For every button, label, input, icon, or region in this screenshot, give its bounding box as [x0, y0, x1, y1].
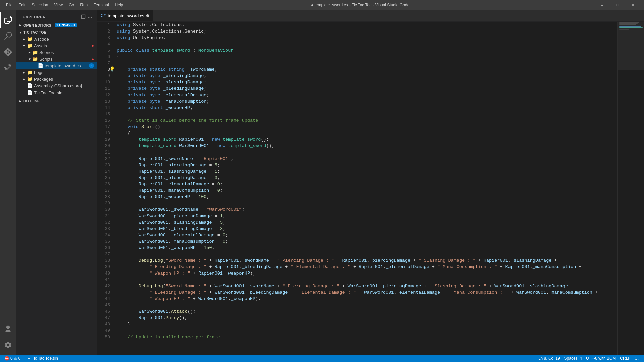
status-right: Ln 8, Col 19 Spaces: 4 UTF-8 with BOM CR…	[537, 356, 641, 361]
scripts-folder-icon: 📁	[32, 56, 38, 62]
close-button[interactable]: ✕	[625, 0, 641, 10]
vscode-label: .vscode	[34, 37, 49, 42]
template-sword-label: template_sword.cs	[45, 63, 81, 68]
minimize-button[interactable]: –	[594, 0, 610, 10]
code-line-7	[117, 60, 617, 66]
status-errors[interactable]: ⛔ 0 ⚠ 0	[3, 356, 22, 361]
code-line-50: // Update is called once per frame	[117, 334, 617, 340]
activity-explorer[interactable]	[0, 12, 16, 28]
project-name: TIC TAC TOE	[23, 30, 46, 34]
activity-bar	[0, 10, 16, 355]
warning-bulb-icon[interactable]: 💡	[109, 66, 115, 73]
code-line-38: Debug.Log("Sword Name : " + Rapier001._s…	[117, 257, 617, 264]
code-line-49	[117, 327, 617, 334]
code-line-41	[117, 277, 617, 283]
code-line-48: }	[117, 321, 617, 327]
tab-cs-icon: C#	[101, 13, 106, 18]
branch-name: Tic Tac Toe.sln	[32, 356, 58, 361]
collapse-all-icon[interactable]: ⋯	[87, 14, 93, 20]
open-editors-label: OPEN EDITORS	[23, 23, 51, 27]
code-line-22: Rapier001._swordName = "Rapier001";	[117, 156, 617, 162]
menu-run[interactable]: Run	[77, 2, 90, 8]
tree-template-sword[interactable]: ► 📄 template_sword.cs 4	[16, 62, 97, 69]
code-editor[interactable]: 1234567891011121314151617181920212223242…	[97, 22, 644, 355]
branch-icon: ⚬	[27, 356, 31, 361]
code-line-8: 💡 private static string _swordName;	[117, 66, 617, 73]
code-line-3: using UnityEngine;	[117, 35, 617, 41]
open-editors-title[interactable]: ► OPEN EDITORS 1 UNSAVED	[16, 22, 97, 29]
outline-title[interactable]: ► OUTLINE	[16, 98, 97, 104]
code-line-46: WarSword001.Attack();	[117, 308, 617, 315]
code-line-2: using System.Collections.Generic;	[117, 28, 617, 35]
activity-search[interactable]	[0, 28, 16, 44]
activity-account[interactable]	[0, 321, 16, 337]
menu-selection[interactable]: Selection	[29, 2, 51, 8]
menu-file[interactable]: File	[3, 2, 15, 8]
code-line-34: WarSword001._elementalDamage = 0;	[117, 232, 617, 238]
folder-icon: 📁	[27, 36, 33, 42]
maximize-button[interactable]: □	[610, 0, 625, 10]
tree-assembly[interactable]: ► 📄 Assembly-CSharp.csproj	[16, 82, 97, 89]
editor-area: C# template_sword.cs 1234567891011121314…	[97, 10, 644, 355]
warning-icon: ⚠	[14, 356, 17, 361]
activity-git[interactable]	[0, 44, 16, 60]
tree-assets[interactable]: ▼ 📁 Assets ●	[16, 42, 97, 49]
open-editors-chevron: ►	[19, 23, 22, 27]
outline-chevron: ►	[19, 99, 22, 103]
status-line-ending[interactable]: CRLF	[618, 356, 632, 361]
warning-count: 0	[18, 356, 21, 361]
menu-terminal[interactable]: Terminal	[91, 2, 111, 8]
status-branch[interactable]: ⚬ Tic Tac Toe.sln	[25, 356, 59, 361]
tree-scripts[interactable]: ▼ 📁 Scripts ●	[16, 56, 97, 62]
code-content[interactable]: using System.Collections;using System.Co…	[113, 22, 617, 355]
main-layout: EXPLORER ❐ ⋯ ► OPEN EDITORS 1 UNSAVED ▼ …	[0, 10, 644, 355]
menu-view[interactable]: View	[51, 2, 65, 8]
tab-template-sword[interactable]: C# template_sword.cs	[97, 10, 153, 21]
packages-folder-icon: 📁	[27, 76, 33, 82]
code-line-1: using System.Collections;	[117, 22, 617, 28]
status-language[interactable]: C#	[633, 356, 641, 361]
line-ending-text: CRLF	[620, 356, 630, 361]
sidebar-header: EXPLORER ❐ ⋯	[16, 10, 97, 22]
status-spaces[interactable]: Spaces: 4	[562, 356, 584, 361]
code-line-17: void Start()	[117, 124, 617, 130]
menu-help[interactable]: Help	[112, 2, 126, 8]
spaces-text: Spaces: 4	[564, 356, 582, 361]
tree-packages[interactable]: ► 📁 Packages	[16, 76, 97, 82]
tree-solution[interactable]: ► 📄 Tic Tac Toe.sln	[16, 89, 97, 96]
status-position[interactable]: Ln 8, Col 19	[537, 356, 562, 361]
cs-file-icon: 📄	[38, 63, 43, 68]
scenes-folder-icon: 📁	[32, 50, 38, 55]
code-line-4	[117, 41, 617, 47]
code-line-31: WarSword001._piercingDamage = 1;	[117, 213, 617, 219]
titlebar: File Edit Selection View Go Run Terminal…	[0, 0, 644, 10]
code-line-27: Rapier001._manaComsumption = 0;	[117, 187, 617, 194]
activity-settings[interactable]	[0, 337, 16, 353]
logs-chevron: ►	[21, 71, 27, 74]
code-line-30: WarSword001._swordName = "WarSword001";	[117, 206, 617, 213]
tab-unsaved-dot	[146, 14, 149, 17]
code-line-21	[117, 149, 617, 156]
position-text: Ln 8, Col 19	[538, 356, 560, 361]
tree-logs[interactable]: ► 📁 Logs	[16, 69, 97, 76]
code-line-35: WarSword001._manaComsumption = 0;	[117, 238, 617, 245]
menu-go[interactable]: Go	[66, 2, 77, 8]
minimap-svg	[618, 22, 644, 355]
sidebar-header-icons: ❐ ⋯	[81, 14, 93, 20]
activity-extensions[interactable]	[0, 60, 16, 76]
menu-edit[interactable]: Edit	[16, 2, 28, 8]
status-encoding[interactable]: UTF-8 with BOM	[584, 356, 618, 361]
tabs-bar: C# template_sword.cs	[97, 10, 644, 22]
code-line-25: Rapier001._bleedingDamage = 3;	[117, 175, 617, 181]
code-line-29	[117, 200, 617, 206]
assets-chevron: ▼	[21, 44, 27, 48]
project-root[interactable]: ▼ TIC TAC TOE	[16, 29, 97, 36]
assembly-label: Assembly-CSharp.csproj	[34, 83, 82, 88]
code-line-14: private short _weaponHP;	[117, 105, 617, 111]
tree-vscode[interactable]: ► 📁 .vscode	[16, 36, 97, 42]
encoding-text: UTF-8 with BOM	[586, 356, 616, 361]
new-file-icon[interactable]: ❐	[81, 14, 86, 20]
code-line-5: public class template_sword : MonoBehavi…	[117, 47, 617, 54]
tree-scenes[interactable]: ► 📁 Scenes	[16, 49, 97, 56]
proj-file-icon: 📄	[27, 83, 33, 88]
